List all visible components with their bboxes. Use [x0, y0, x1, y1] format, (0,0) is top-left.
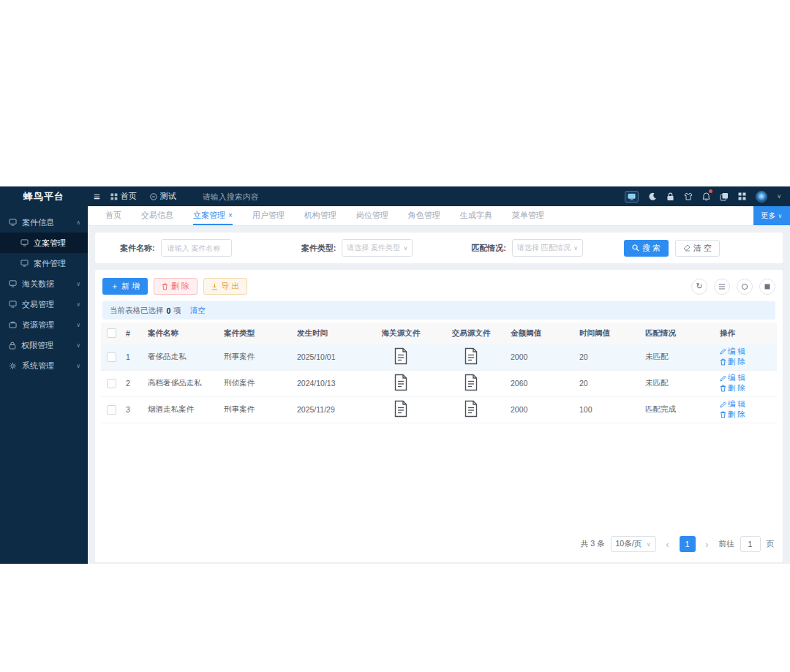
hamburger-menu-icon[interactable]: ≡: [94, 190, 100, 203]
notification-badge: [709, 189, 712, 193]
dark-mode-moon-icon[interactable]: [648, 192, 657, 201]
delete-button[interactable]: 删 除: [154, 278, 198, 295]
export-button-label: 导 出: [221, 281, 239, 292]
page-size-select[interactable]: 10条/页 ∨: [611, 536, 656, 552]
density-icon[interactable]: [714, 279, 730, 295]
copy-files-icon[interactable]: [720, 192, 729, 201]
cell-index: 2: [121, 370, 143, 396]
cell-amount: 2000: [506, 396, 575, 423]
column-settings-icon[interactable]: [759, 279, 775, 295]
delete-label: 删 除: [728, 383, 745, 393]
sidebar-item-label: 案件管理: [34, 258, 80, 269]
sidebar-item-label: 案件信息: [22, 217, 76, 228]
tab-menu-management[interactable]: 菜单管理: [512, 206, 544, 225]
sidebar-item-permission-management[interactable]: 权限管理 ∨: [0, 335, 88, 355]
monitor-icon: [9, 301, 17, 308]
goto-page-input[interactable]: 1: [740, 536, 761, 552]
page-size-value: 10条/页: [616, 539, 642, 549]
sidebar-item-trade-management[interactable]: 交易管理 ∨: [0, 294, 88, 314]
cell-date: 2025/11/29: [293, 396, 366, 423]
lock-icon[interactable]: [666, 192, 674, 201]
sidebar-item-resource-management[interactable]: 资源管理 ∨: [0, 314, 88, 335]
apps-grid-icon[interactable]: [738, 192, 746, 200]
cell-amount: 2000: [506, 344, 575, 370]
tab-label: 菜单管理: [512, 210, 544, 221]
edit-link[interactable]: 编 辑: [720, 399, 745, 409]
document-icon[interactable]: [464, 347, 478, 365]
sidebar-item-filing-management[interactable]: 立案管理: [0, 233, 88, 253]
tab-label: 角色管理: [408, 210, 440, 221]
sidebar-item-system-management[interactable]: 系统管理 ∨: [0, 355, 88, 376]
tab-home[interactable]: 首页: [105, 206, 121, 225]
close-icon[interactable]: ×: [228, 211, 233, 219]
tab-gen-dict[interactable]: 生成字典: [460, 206, 492, 225]
add-button[interactable]: ＋ 新 增: [102, 278, 148, 295]
next-page-button[interactable]: ›: [701, 539, 713, 550]
monitor-icon: [9, 219, 17, 226]
global-search-input[interactable]: [203, 192, 290, 201]
cell-case-name: 高档奢侈品走私: [143, 370, 219, 396]
sidebar-item-case-management[interactable]: 案件管理: [0, 253, 88, 273]
case-name-input[interactable]: [161, 239, 232, 257]
briefcase-icon: [9, 321, 17, 328]
document-icon[interactable]: [464, 374, 478, 391]
table-settings-icons: ↻: [691, 279, 775, 295]
document-icon[interactable]: [394, 347, 408, 365]
cell-time: 100: [575, 396, 641, 423]
topnav-home[interactable]: 首页: [110, 191, 137, 202]
row-checkbox[interactable]: [107, 405, 116, 415]
main-content: 案件名称: 案件类型: 请选择 案件类型 ∨ 匹配情况: 请选择 匹配情况 ∨ …: [88, 226, 790, 564]
clear-button[interactable]: 清 空: [675, 240, 720, 257]
tab-post-management[interactable]: 岗位管理: [356, 206, 388, 225]
topnav-test[interactable]: 测试: [150, 191, 176, 202]
tab-label: 立案管理: [193, 210, 225, 221]
selection-clear-link[interactable]: 清空: [190, 306, 206, 316]
tab-user-management[interactable]: 用户管理: [252, 206, 285, 225]
tab-role-management[interactable]: 角色管理: [408, 206, 440, 225]
search-button[interactable]: 搜 索: [624, 240, 669, 257]
cell-case-type: 刑事案件: [219, 344, 293, 370]
document-icon[interactable]: [394, 400, 408, 418]
document-icon[interactable]: [394, 374, 408, 391]
match-status-select[interactable]: 请选择 匹配情况 ∨: [512, 239, 583, 257]
sidebar-item-customs-data[interactable]: 海关数据 ∨: [0, 273, 88, 294]
user-avatar[interactable]: [756, 191, 767, 203]
tab-filing-management[interactable]: 立案管理 ×: [193, 206, 233, 225]
refresh-icon[interactable]: ↻: [691, 279, 707, 295]
filter-buttons: 搜 索 清 空: [624, 240, 720, 257]
col-actions: 操作: [715, 322, 777, 344]
filter-card: 案件名称: 案件类型: 请选择 案件类型 ∨ 匹配情况: 请选择 匹配情况 ∨ …: [95, 233, 783, 263]
delete-link[interactable]: 删 除: [720, 409, 745, 420]
delete-button-label: 删 除: [171, 281, 189, 292]
edit-link[interactable]: 编 辑: [720, 347, 745, 357]
chevron-down-icon: ∨: [778, 213, 783, 219]
document-icon[interactable]: [464, 400, 478, 418]
chevron-down-icon[interactable]: ∨: [777, 193, 781, 200]
tab-trade-info[interactable]: 交易信息: [141, 206, 173, 225]
select-all-checkbox[interactable]: [107, 328, 116, 338]
notification-bell-icon[interactable]: [702, 192, 710, 201]
prev-page-button[interactable]: ‹: [662, 539, 674, 550]
fullscreen-icon[interactable]: [737, 279, 753, 295]
export-button[interactable]: 导 出: [203, 278, 247, 295]
row-checkbox[interactable]: [107, 379, 116, 388]
chevron-up-icon: ∧: [76, 219, 80, 226]
sidebar-item-case-info[interactable]: 案件信息 ∧: [0, 212, 88, 233]
tabs-more-button[interactable]: 更多 ∨: [753, 206, 790, 225]
col-case-name: 案件名称: [143, 322, 219, 344]
delete-link[interactable]: 删 除: [720, 383, 745, 393]
page-number-button[interactable]: 1: [680, 536, 696, 552]
row-checkbox[interactable]: [107, 352, 116, 362]
delete-link[interactable]: 删 除: [720, 357, 745, 367]
edit-link[interactable]: 编 辑: [720, 373, 745, 383]
chevron-down-icon: ∨: [76, 301, 80, 308]
tab-org-management[interactable]: 机构管理: [304, 206, 336, 225]
cell-date: 2025/10/01: [293, 344, 366, 370]
sidebar-item-label: 资源管理: [22, 320, 76, 331]
screen-lock-icon[interactable]: [625, 191, 639, 203]
theme-shirt-icon[interactable]: [684, 192, 693, 200]
case-type-select[interactable]: 请选择 案件类型 ∨: [342, 239, 413, 257]
search-button-label: 搜 索: [642, 243, 661, 254]
cell-case-name: 奢侈品走私: [143, 344, 219, 370]
add-button-label: 新 增: [121, 281, 140, 292]
